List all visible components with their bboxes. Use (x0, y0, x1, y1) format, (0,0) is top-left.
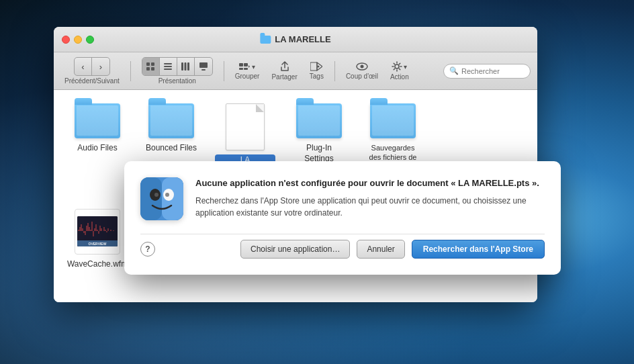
nav-next-button[interactable]: › (92, 57, 109, 76)
title-bar: LA MARELLE (54, 27, 537, 52)
chevron-right-icon: › (99, 62, 102, 72)
folder-icon (148, 103, 194, 138)
svg-rect-17 (310, 62, 317, 71)
coupoeil-label: Coup d'œil (346, 73, 378, 80)
search-icon: 🔍 (449, 66, 459, 75)
dialog-body: Recherchez dans l'App Store une applicat… (195, 195, 545, 219)
eye-icon (356, 62, 368, 71)
svg-rect-14 (239, 68, 243, 70)
svg-rect-11 (201, 69, 206, 71)
pts-file-icon (226, 103, 265, 150)
list-item[interactable]: Bounced Files (141, 103, 201, 154)
action-button[interactable]: ▾ Action (386, 58, 413, 83)
svg-point-60 (154, 193, 158, 197)
svg-rect-12 (239, 63, 243, 66)
toolbar-separator-1 (130, 61, 131, 81)
cancel-button[interactable]: Annuler (357, 240, 404, 259)
dialog-content: Aucune application n'est configurée pour… (140, 177, 545, 220)
view-column-button[interactable] (177, 57, 195, 76)
search-input[interactable] (461, 67, 522, 75)
choose-app-button[interactable]: Choisir une application… (240, 240, 350, 259)
svg-point-21 (360, 65, 363, 69)
svg-rect-2 (146, 67, 150, 71)
dialog-buttons: Choisir une application… Annuler Recherc… (240, 240, 545, 259)
svg-point-61 (165, 193, 169, 197)
toolbar-separator-3 (334, 61, 335, 81)
help-button[interactable]: ? (140, 242, 155, 257)
svg-rect-10 (199, 62, 208, 68)
window-title: LA MARELLE (260, 34, 330, 44)
finder-mascot (140, 177, 183, 220)
appstore-button[interactable]: Rechercher dans l'App Store (412, 240, 545, 259)
group-button[interactable]: ▾ Grouper (231, 59, 264, 83)
svg-rect-13 (244, 63, 248, 66)
help-icon: ? (145, 244, 150, 254)
gear-icon (392, 61, 402, 72)
share-label: Partager (271, 73, 297, 81)
share-icon (279, 61, 290, 72)
close-button[interactable] (62, 36, 70, 44)
grid-view-icon (146, 62, 155, 71)
chevron-left-icon: ‹ (81, 62, 84, 72)
column-view-icon (181, 62, 190, 71)
folder-icon (370, 103, 416, 138)
window-title-text: LA MARELLE (275, 34, 330, 44)
file-label: Bounced Files (144, 142, 199, 154)
svg-point-19 (318, 66, 320, 68)
waveform-svg: OVERVIEW (77, 216, 118, 246)
title-folder-icon (260, 36, 271, 44)
dialog-title: Aucune application n'est configurée pour… (195, 177, 545, 189)
svg-marker-16 (248, 65, 250, 68)
traffic-lights (62, 36, 94, 44)
dialog: Aucune application n'est configurée pour… (124, 161, 561, 275)
maximize-button[interactable] (86, 36, 94, 44)
action-label: Action (390, 73, 409, 81)
view-gallery-button[interactable] (195, 57, 212, 76)
tags-icon (310, 62, 322, 71)
file-corner-overlay (256, 104, 264, 112)
svg-rect-5 (164, 66, 172, 67)
svg-rect-8 (185, 62, 187, 71)
list-item[interactable]: Audio Files (67, 103, 128, 154)
view-label: Présentation (158, 77, 196, 85)
svg-rect-0 (146, 62, 150, 66)
finder-icon-svg (140, 177, 183, 220)
folder-icon (75, 103, 120, 138)
chevron-down-icon: ▾ (252, 63, 255, 71)
svg-rect-4 (164, 63, 172, 64)
dialog-footer: ? Choisir une application… Annuler Reche… (140, 234, 545, 259)
share-button[interactable]: Partager (267, 58, 301, 83)
group-icon (239, 62, 250, 71)
file-label: Audio Files (75, 142, 119, 154)
nav-prev-next-group: ‹ › Précédent/Suivant (60, 54, 124, 87)
nav-arrows: ‹ › (74, 57, 110, 76)
list-view-icon (163, 62, 173, 71)
wavecache-icon: OVERVIEW (75, 209, 120, 255)
nav-prev-button[interactable]: ‹ (75, 57, 92, 76)
view-icon-button[interactable] (142, 57, 160, 76)
action-arrow-icon: ▾ (404, 63, 407, 71)
svg-rect-15 (244, 68, 248, 70)
svg-rect-7 (181, 62, 183, 71)
toolbar: ‹ › Précédent/Suivant (54, 52, 537, 90)
svg-point-22 (395, 64, 399, 69)
minimize-button[interactable] (74, 36, 82, 44)
quicklook-button[interactable]: Coup d'œil (342, 59, 382, 83)
finder-face-icon (140, 177, 183, 220)
svg-text:OVERVIEW: OVERVIEW (89, 242, 107, 246)
search-box[interactable]: 🔍 (443, 64, 531, 79)
view-group: Présentation (138, 54, 217, 87)
list-item[interactable]: OVERVIEW WaveCache.wfm (67, 209, 128, 271)
nav-label: Précédent/Suivant (64, 77, 120, 85)
dialog-text: Aucune application n'est configurée pour… (195, 177, 545, 220)
folder-icon (296, 103, 342, 138)
tags-button[interactable]: Tags (306, 59, 328, 83)
view-list-button[interactable] (160, 57, 177, 76)
list-item[interactable]: Plug-In Settings (289, 103, 349, 165)
wave-preview: OVERVIEW (77, 216, 118, 246)
svg-rect-3 (151, 67, 154, 71)
tags-label: Tags (310, 73, 324, 80)
svg-rect-6 (164, 69, 172, 70)
svg-rect-9 (187, 62, 189, 71)
view-buttons (142, 57, 213, 76)
